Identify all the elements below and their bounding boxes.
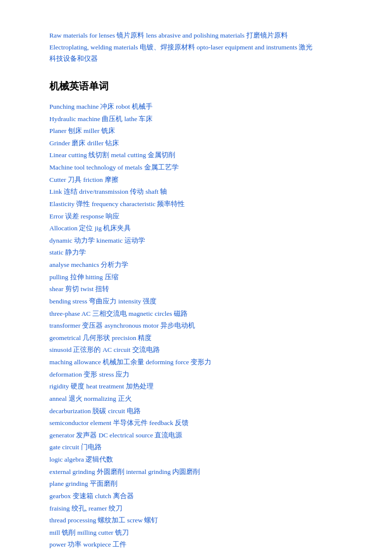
vocab-line: anneal 退火 normalizing 正火 xyxy=(49,393,353,405)
vocab-line: shear 剪切 twist 扭转 xyxy=(49,283,353,295)
intro-line3: 科技设备和仪器 xyxy=(49,53,353,65)
vocab-line: Error 误差 response 响应 xyxy=(49,211,353,222)
intro-section: Raw materials for lenses 镜片原料 lens abras… xyxy=(49,30,353,65)
vocab-line: Linear cutting 线切割 metal cutting 金属切削 xyxy=(49,149,353,161)
vocab-line: logic algebra 逻辑代数 xyxy=(49,454,353,466)
vocab-line: plane grinding 平面磨削 xyxy=(49,478,353,490)
vocab-line: gearbox 变速箱 clutch 离合器 xyxy=(49,490,353,502)
vocab-line: maching allowance 机械加工余量 deforming force… xyxy=(49,356,353,368)
vocab-line: Link 连结 drive/transmission 传动 shaft 轴 xyxy=(49,186,353,198)
vocab-line: Cutter 刀具 friction 摩擦 xyxy=(49,174,353,186)
vocab-line: semiconductor element 半导体元件 feedback 反馈 xyxy=(49,417,353,429)
vocab-line: transformer 变压器 asynchronous motor 异步电动机 xyxy=(49,320,353,332)
vocab-line: bending stress 弯曲应力 intensity 强度 xyxy=(49,296,353,307)
vocab-line: fraising 绞孔, reamer 绞刀 xyxy=(49,503,353,514)
vocab-section: Punching machine 冲床 robot 机械手Hydraulic m… xyxy=(49,101,353,551)
intro-line2: Electroplating, welding materials 电镀、焊接原… xyxy=(49,42,353,53)
intro-line1: Raw materials for lenses 镜片原料 lens abras… xyxy=(49,30,353,42)
vocab-line: Planer 刨床 miller 铣床 xyxy=(49,125,353,137)
vocab-line: deformation 变形 stress 应力 xyxy=(49,369,353,381)
vocab-line: Grinder 磨床 driller 钻床 xyxy=(49,137,353,149)
vocab-line: analyse mechanics 分析力学 xyxy=(49,259,353,271)
vocab-line: pulling 拉伸 hitting 压缩 xyxy=(49,271,353,283)
vocab-line: static 静力学 xyxy=(49,247,353,258)
vocab-line: three-phase AC 三相交流电 magnetic circles 磁路 xyxy=(49,308,353,320)
vocab-line: Hydraulic machine 曲压机 lathe 车床 xyxy=(49,113,353,125)
vocab-line: mill 铣削 milling cutter 铣刀 xyxy=(49,527,353,539)
vocab-line: generator 发声器 DC electrical source 直流电源 xyxy=(49,429,353,441)
vocab-line: gate circuit 门电路 xyxy=(49,441,353,453)
vocab-line: decarburization 脱碳 circuit 电路 xyxy=(49,405,353,417)
vocab-line: dynamic 动力学 kinematic 运动学 xyxy=(49,235,353,247)
section-title: 机械英语单词 xyxy=(49,80,353,93)
vocab-line: Punching machine 冲床 robot 机械手 xyxy=(49,101,353,113)
vocab-line: Allocation 定位 jig 机床夹具 xyxy=(49,222,353,234)
vocab-line: external grinding 外圆磨削 internal grinding… xyxy=(49,466,353,478)
vocab-line: sinusoid 正弦形的 AC circuit 交流电路 xyxy=(49,344,353,356)
vocab-line: rigidity 硬度 heat treatment 加热处理 xyxy=(49,381,353,392)
vocab-line: thread processing 螺纹加工 screw 螺钉 xyxy=(49,514,353,526)
vocab-line: Machine tool technology of metals 金属工艺学 xyxy=(49,162,353,173)
vocab-line: Elasticity 弹性 frequency characteristic 频… xyxy=(49,198,353,210)
vocab-line: geometrical 几何形状 precision 精度 xyxy=(49,332,353,344)
vocab-line: power 功率 workpiece 工件 xyxy=(49,539,353,551)
